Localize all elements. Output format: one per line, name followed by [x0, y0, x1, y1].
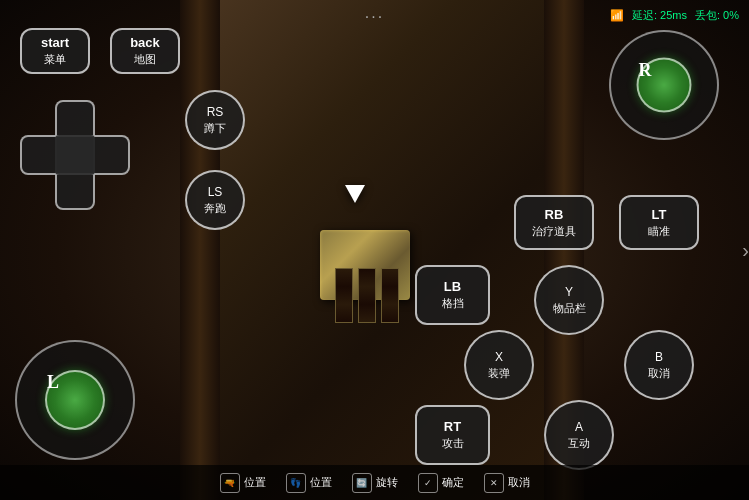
rt-button[interactable]: RT 攻击 — [415, 405, 490, 465]
lt-label-cn: 瞄准 — [648, 224, 670, 239]
rs-label-cn: 蹲下 — [204, 121, 226, 136]
lb-button[interactable]: LB 格挡 — [415, 265, 490, 325]
bottom-item-cancel[interactable]: ✕ 取消 — [484, 473, 530, 493]
top-dots: ··· — [365, 8, 384, 26]
x-label-cn: 装弹 — [488, 366, 510, 381]
right-stick-nub: R — [637, 58, 692, 113]
back-button[interactable]: back 地图 — [110, 28, 180, 74]
status-bar: 📶 延迟: 25ms 丢包: 0% — [610, 8, 739, 23]
b-button[interactable]: B 取消 — [624, 330, 694, 400]
start-label-en: start — [41, 34, 69, 52]
lb-label-cn: 格挡 — [442, 296, 464, 311]
y-button[interactable]: Y 物品栏 — [534, 265, 604, 335]
cancel-icon: ✕ — [484, 473, 504, 493]
back-label-en: back — [130, 34, 160, 52]
left-stick-label: L — [47, 372, 59, 392]
start-label-cn: 菜单 — [44, 52, 66, 67]
bottom-item-position: 👣 位置 — [286, 473, 332, 493]
left-stick-nub: L — [45, 370, 105, 430]
right-analog-stick[interactable]: R — [609, 30, 719, 140]
left-analog-stick[interactable]: L — [15, 340, 135, 460]
b-label-en: B — [655, 349, 663, 366]
start-button[interactable]: start 菜单 — [20, 28, 90, 74]
confirm-label: 确定 — [442, 475, 464, 490]
position-icon: 👣 — [286, 473, 306, 493]
ls-label-cn: 奔跑 — [204, 201, 226, 216]
right-stick-label: R — [639, 60, 652, 80]
rotate-label: 旋转 — [376, 475, 398, 490]
x-button[interactable]: X 装弹 — [464, 330, 534, 400]
x-label-en: X — [495, 349, 503, 366]
position-label: 位置 — [310, 475, 332, 490]
y-label-cn: 物品栏 — [553, 301, 586, 316]
gamepad-overlay: start 菜单 back 地图 RS 蹲下 LS 奔跑 L R RB 治疗道具 — [0, 0, 749, 500]
bottom-item-rotate: 🔄 旋转 — [352, 473, 398, 493]
bottom-bar: 🔫 位置 👣 位置 🔄 旋转 ✓ 确定 ✕ 取消 — [0, 465, 749, 500]
rb-button[interactable]: RB 治疗道具 — [514, 195, 594, 250]
ls-button[interactable]: LS 奔跑 — [185, 170, 245, 230]
rt-label-cn: 攻击 — [442, 436, 464, 451]
ping-display: 延迟: 25ms — [632, 8, 687, 23]
wifi-icon: 📶 — [610, 9, 624, 22]
rt-label-en: RT — [444, 418, 461, 436]
bottom-item-ammo: 🔫 位置 — [220, 473, 266, 493]
lt-button[interactable]: LT 瞄准 — [619, 195, 699, 250]
a-label-cn: 互动 — [568, 436, 590, 451]
ls-label-en: LS — [208, 184, 223, 201]
ammo-icon: 🔫 — [220, 473, 240, 493]
confirm-icon: ✓ — [418, 473, 438, 493]
lt-label-en: LT — [652, 206, 667, 224]
a-button[interactable]: A 互动 — [544, 400, 614, 470]
b-label-cn: 取消 — [648, 366, 670, 381]
back-label-cn: 地图 — [134, 52, 156, 67]
dpad-center — [55, 135, 95, 175]
rb-label-en: RB — [545, 206, 564, 224]
rb-label-cn: 治疗道具 — [532, 224, 576, 239]
loss-display: 丢包: 0% — [695, 8, 739, 23]
y-label-en: Y — [565, 284, 573, 301]
rs-button[interactable]: RS 蹲下 — [185, 90, 245, 150]
chevron-right-icon[interactable]: › — [742, 239, 749, 262]
dpad[interactable] — [20, 100, 130, 210]
a-label-en: A — [575, 419, 583, 436]
rs-label-en: RS — [207, 104, 224, 121]
ammo-label: 位置 — [244, 475, 266, 490]
rotate-icon: 🔄 — [352, 473, 372, 493]
lb-label-en: LB — [444, 278, 461, 296]
cancel-label: 取消 — [508, 475, 530, 490]
bottom-item-confirm[interactable]: ✓ 确定 — [418, 473, 464, 493]
